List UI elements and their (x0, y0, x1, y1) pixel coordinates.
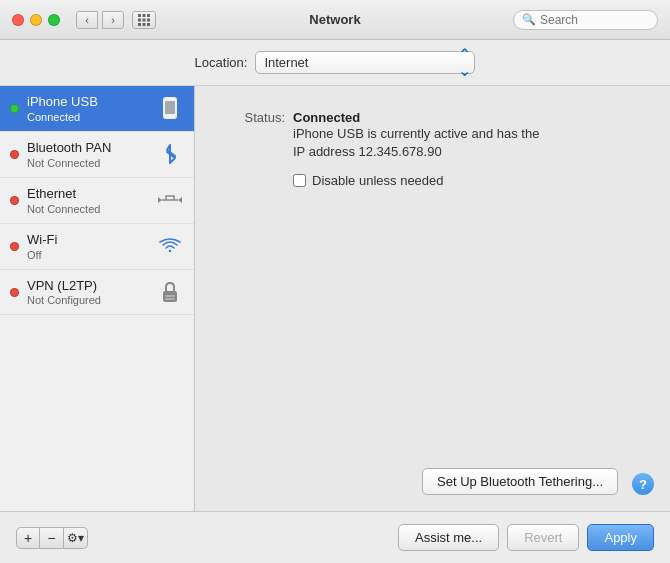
status-dot-red-eth (10, 196, 19, 205)
bluetooth-tether-button[interactable]: Set Up Bluetooth Tethering... (422, 468, 618, 495)
sidebar-item-ethernet[interactable]: Ethernet Not Connected (0, 178, 194, 224)
apply-button[interactable]: Apply (587, 524, 654, 551)
disable-checkbox[interactable] (293, 174, 306, 187)
item-status-bluetooth: Not Connected (27, 157, 156, 169)
svg-rect-1 (143, 14, 146, 17)
item-name-bluetooth: Bluetooth PAN (27, 140, 156, 157)
minimize-button[interactable] (30, 14, 42, 26)
title-bar: ‹ › Network 🔍 (0, 0, 670, 40)
lock-icon (156, 278, 184, 306)
svg-rect-6 (138, 23, 141, 26)
item-name-iphone: iPhone USB (27, 94, 156, 111)
status-dot-red-vpn (10, 288, 19, 297)
item-status-vpn: Not Configured (27, 294, 156, 306)
close-button[interactable] (12, 14, 24, 26)
network-sidebar: iPhone USB Connected Bluetooth PAN Not C… (0, 86, 195, 511)
status-row: Status: Connected iPhone USB is currentl… (225, 110, 640, 161)
maximize-button[interactable] (48, 14, 60, 26)
svg-rect-2 (147, 14, 150, 17)
svg-marker-13 (158, 197, 162, 203)
item-status-wifi: Off (27, 249, 156, 261)
svg-rect-11 (165, 101, 175, 114)
item-name-vpn: VPN (L2TP) (27, 278, 156, 295)
location-select-wrapper: Internet Automatic Edit Locations... ⌃⌄ (255, 51, 475, 74)
main-content: iPhone USB Connected Bluetooth PAN Not C… (0, 86, 670, 511)
ethernet-icon (156, 186, 184, 214)
item-name-ethernet: Ethernet (27, 186, 156, 203)
forward-button[interactable]: › (102, 11, 124, 29)
remove-network-button[interactable]: − (40, 527, 64, 549)
sidebar-item-vpn[interactable]: VPN (L2TP) Not Configured (0, 270, 194, 316)
add-network-button[interactable]: + (16, 527, 40, 549)
iphone-icon (156, 94, 184, 122)
location-select[interactable]: Internet Automatic Edit Locations... (255, 51, 475, 74)
sidebar-item-iphone-usb[interactable]: iPhone USB Connected (0, 86, 194, 132)
disable-label[interactable]: Disable unless needed (312, 173, 444, 188)
svg-rect-3 (138, 18, 141, 21)
bluetooth-icon (156, 140, 184, 168)
status-dot-red-bt (10, 150, 19, 159)
status-dot-red-wifi (10, 242, 19, 251)
svg-rect-4 (143, 18, 146, 21)
svg-marker-14 (178, 197, 182, 203)
search-input[interactable] (540, 13, 650, 27)
svg-point-12 (169, 116, 171, 118)
search-icon: 🔍 (522, 13, 536, 26)
item-status-ethernet: Not Connected (27, 203, 156, 215)
status-dot-green (10, 104, 19, 113)
wifi-icon (156, 232, 184, 260)
item-name-wifi: Wi-Fi (27, 232, 156, 249)
sidebar-controls: + − ⚙▾ (16, 527, 211, 549)
sidebar-item-bluetooth[interactable]: Bluetooth PAN Not Connected (0, 132, 194, 178)
svg-rect-17 (165, 298, 175, 300)
bottom-actions: Assist me... Revert Apply (211, 524, 654, 551)
location-label: Location: (195, 55, 248, 70)
search-bar[interactable]: 🔍 (513, 10, 658, 30)
svg-rect-10 (166, 99, 174, 100)
svg-rect-7 (143, 23, 146, 26)
svg-rect-16 (165, 295, 175, 297)
nav-buttons: ‹ › (76, 11, 124, 29)
help-button[interactable]: ? (632, 473, 654, 495)
assist-button[interactable]: Assist me... (398, 524, 499, 551)
back-button[interactable]: ‹ (76, 11, 98, 29)
location-bar: Location: Internet Automatic Edit Locati… (0, 40, 670, 86)
disable-checkbox-row: Disable unless needed (293, 173, 640, 188)
status-value: Connected (293, 110, 553, 125)
window-title: Network (309, 12, 360, 27)
svg-rect-0 (138, 14, 141, 17)
bottom-bar: + − ⚙▾ Assist me... Revert Apply (0, 511, 670, 563)
svg-rect-8 (147, 23, 150, 26)
traffic-lights (12, 14, 60, 26)
grid-button[interactable] (132, 11, 156, 29)
detail-panel: Status: Connected iPhone USB is currentl… (195, 86, 670, 511)
sidebar-item-wifi[interactable]: Wi-Fi Off (0, 224, 194, 270)
revert-button[interactable]: Revert (507, 524, 579, 551)
item-status-iphone: Connected (27, 111, 156, 123)
status-label: Status: (225, 110, 285, 125)
svg-rect-5 (147, 18, 150, 21)
status-description: iPhone USB is currently active and has t… (293, 125, 553, 161)
gear-button[interactable]: ⚙▾ (64, 527, 88, 549)
